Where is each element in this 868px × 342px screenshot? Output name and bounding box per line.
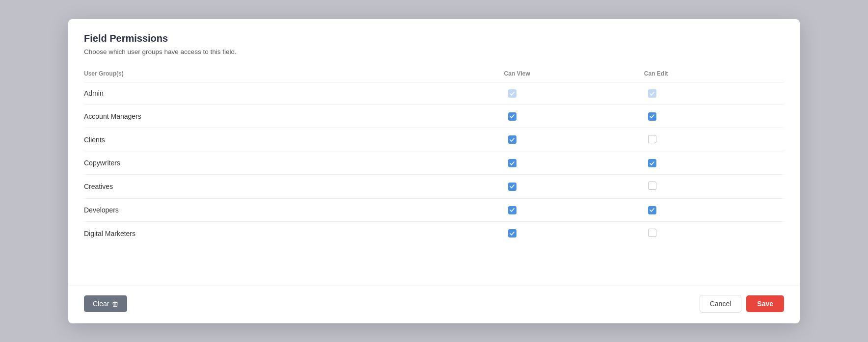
- group-name: Clients: [84, 128, 504, 152]
- group-name: Digital Marketers: [84, 221, 504, 245]
- group-name: Creatives: [84, 175, 504, 199]
- can-edit-cell: [644, 175, 784, 199]
- can-edit-cell: [644, 105, 784, 128]
- can-edit-cell: [644, 82, 784, 105]
- col-header-view: Can View: [504, 65, 644, 82]
- can-view-cell: [504, 199, 644, 222]
- edit-checkbox[interactable]: [648, 182, 656, 190]
- cancel-button[interactable]: Cancel: [700, 295, 742, 313]
- modal-header: Field Permissions Choose which user grou…: [68, 19, 800, 61]
- col-header-edit: Can Edit: [644, 65, 784, 82]
- save-button[interactable]: Save: [746, 295, 784, 312]
- col-header-group: User Group(s): [84, 65, 504, 82]
- can-edit-cell: [644, 199, 784, 222]
- view-checkbox[interactable]: [508, 112, 516, 121]
- table-row: Digital Marketers: [84, 221, 784, 245]
- table-row: Account Managers: [84, 105, 784, 128]
- view-checkbox[interactable]: [508, 206, 516, 214]
- view-checkbox[interactable]: [508, 183, 516, 191]
- can-edit-cell: [644, 221, 784, 245]
- can-view-cell: [504, 82, 644, 105]
- can-view-cell: [504, 152, 644, 175]
- table-row: Creatives: [84, 175, 784, 199]
- view-checkbox[interactable]: [508, 229, 516, 237]
- permissions-table: User Group(s) Can View Can Edit Admin Ac…: [84, 65, 784, 245]
- can-edit-cell: [644, 128, 784, 152]
- edit-checkbox[interactable]: [648, 229, 656, 237]
- can-view-cell: [504, 175, 644, 199]
- edit-checkbox[interactable]: [648, 206, 656, 214]
- modal-footer: Clear Cancel Save: [68, 286, 800, 323]
- clear-label: Clear: [93, 300, 109, 308]
- can-view-cell: [504, 105, 644, 128]
- group-name: Developers: [84, 199, 504, 222]
- modal-subtitle: Choose which user groups have access to …: [84, 48, 784, 55]
- trash-icon: [112, 300, 118, 307]
- can-view-cell: [504, 221, 644, 245]
- table-row: Clients: [84, 128, 784, 152]
- view-checkbox[interactable]: [508, 159, 516, 167]
- modal-title: Field Permissions: [84, 33, 784, 44]
- edit-checkbox[interactable]: [648, 112, 656, 121]
- edit-checkbox[interactable]: [648, 89, 656, 98]
- svg-rect-1: [114, 301, 116, 301]
- group-name: Copywriters: [84, 152, 504, 175]
- edit-checkbox[interactable]: [648, 135, 656, 143]
- group-name: Account Managers: [84, 105, 504, 128]
- table-row: Copywriters: [84, 152, 784, 175]
- group-name: Admin: [84, 82, 504, 105]
- view-checkbox[interactable]: [508, 89, 516, 98]
- footer-right: Cancel Save: [700, 295, 784, 313]
- field-permissions-modal: Field Permissions Choose which user grou…: [68, 19, 800, 323]
- modal-body: User Group(s) Can View Can Edit Admin Ac…: [68, 61, 800, 281]
- table-row: Developers: [84, 199, 784, 222]
- table-row: Admin: [84, 82, 784, 105]
- edit-checkbox[interactable]: [648, 159, 656, 167]
- can-view-cell: [504, 128, 644, 152]
- can-edit-cell: [644, 152, 784, 175]
- clear-button[interactable]: Clear: [84, 295, 127, 312]
- view-checkbox[interactable]: [508, 135, 516, 144]
